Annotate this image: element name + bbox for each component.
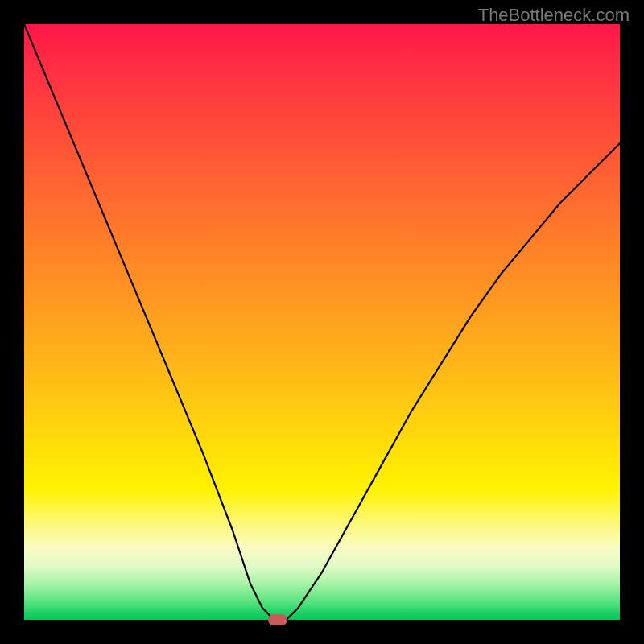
watermark-text: TheBottleneck.com [478,5,630,26]
chart-curve [24,24,620,620]
bottleneck-curve [24,24,620,620]
optimum-marker [268,614,287,625]
chart-plot-area [24,24,620,620]
